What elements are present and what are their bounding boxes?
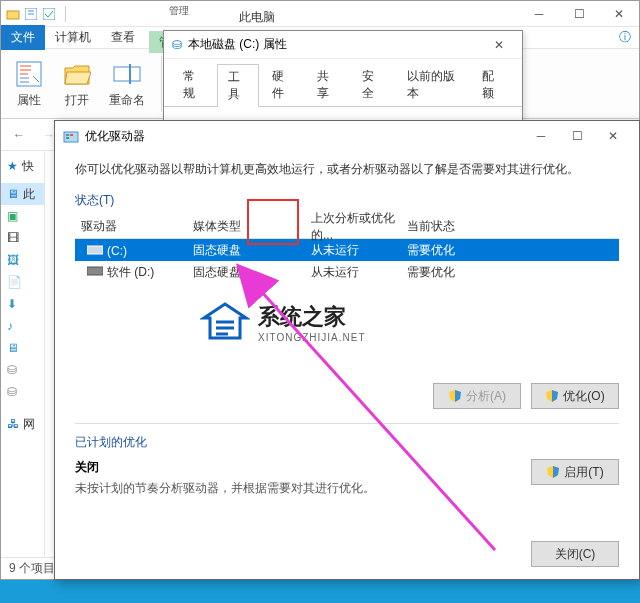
maximize-button[interactable]: ☐ (559, 1, 599, 27)
tab-security[interactable]: 安全 (351, 63, 394, 106)
tab-quota[interactable]: 配额 (471, 63, 514, 106)
optimize-body: 你可以优化驱动器以帮助计算机更高效地运行，或者分析驱动器以了解是否需要对其进行优… (55, 151, 639, 509)
minimize-button[interactable]: ─ (519, 1, 559, 27)
drive-last: 从未运行 (311, 264, 407, 281)
drive-icon (87, 243, 103, 255)
shield-icon (448, 389, 462, 403)
shield-icon (545, 389, 559, 403)
drives-table: 驱动器 媒体类型 上次分析或优化的... 当前状态 (C:) 固态硬盘 从未运行… (75, 215, 619, 283)
desktop-icon: 🖥 (7, 341, 19, 355)
optimize-titlebar[interactable]: 优化驱动器 ─ ☐ ✕ (55, 121, 639, 151)
drive-media: 固态硬盘 (193, 242, 311, 259)
drive-icon: ⛁ (7, 385, 17, 399)
drive-name: 软件 (D:) (107, 265, 154, 279)
drive-icon: ⛁ (172, 38, 182, 52)
col-drive[interactable]: 驱动器 (75, 218, 193, 235)
tab-computer[interactable]: 计算机 (45, 25, 101, 50)
tab-view[interactable]: 查看 (101, 25, 145, 50)
tree-quick-access[interactable]: ★快 (1, 155, 44, 177)
cube-icon: ▣ (7, 209, 18, 223)
properties-close-button[interactable]: ✕ (484, 35, 514, 55)
drive-icon: ⛁ (7, 363, 17, 377)
tab-tools[interactable]: 工具 (217, 64, 260, 107)
col-last[interactable]: 上次分析或优化的... (311, 210, 407, 244)
tree-videos[interactable]: 🎞 (1, 227, 44, 249)
analyze-optimize-row: 分析(A) 优化(O) (75, 383, 619, 409)
enable-label: 启用(T) (564, 464, 603, 481)
ribbon-properties-button[interactable]: 属性 (9, 56, 49, 111)
tree-3d[interactable]: ▣ (1, 205, 44, 227)
ribbon-rename-label: 重命名 (109, 92, 145, 109)
open-icon (61, 58, 93, 90)
scheduled-status: 关闭 (75, 459, 531, 476)
star-icon: ★ (7, 159, 18, 173)
window-title: 此电脑 (239, 9, 275, 26)
table-row[interactable]: 软件 (D:) 固态硬盘 从未运行 需要优化 (75, 261, 619, 283)
help-icon[interactable]: ⓘ (619, 29, 639, 46)
analyze-button: 分析(A) (433, 383, 521, 409)
optimize-window-controls: ─ ☐ ✕ (523, 122, 631, 150)
close-button[interactable]: 关闭(C) (531, 541, 619, 567)
opt-maximize-button[interactable]: ☐ (559, 122, 595, 150)
svg-rect-0 (7, 11, 19, 19)
defrag-icon (63, 128, 79, 144)
close-button[interactable]: ✕ (599, 1, 639, 27)
network-icon: 🖧 (7, 417, 19, 431)
svg-rect-12 (66, 134, 69, 136)
tree-music[interactable]: ♪ (1, 315, 44, 337)
pc-icon: 🖥 (7, 187, 19, 201)
status-item-count: 9 个项目 (9, 560, 55, 577)
properties-icon (13, 58, 45, 90)
picture-icon: 🖼 (7, 253, 19, 267)
contextual-tab-label: 管理 (169, 4, 189, 18)
optimize-footer: 关闭(C) (531, 541, 619, 567)
tree-desktop[interactable]: 🖥 (1, 337, 44, 359)
optimize-button[interactable]: 优化(O) (531, 383, 619, 409)
svg-rect-4 (43, 8, 55, 20)
window-controls: ─ ☐ ✕ (519, 1, 639, 27)
ribbon-rename-button[interactable]: 重命名 (105, 56, 149, 111)
col-status[interactable]: 当前状态 (407, 218, 619, 235)
svg-rect-14 (66, 137, 69, 139)
tree-drive-c[interactable]: ⛁ (1, 359, 44, 381)
rename-icon (111, 58, 143, 90)
tree-this-pc[interactable]: 🖥此 (1, 183, 44, 205)
quick-access-toolbar (1, 6, 76, 22)
table-row[interactable]: (C:) 固态硬盘 从未运行 需要优化 (75, 239, 619, 261)
tree-network[interactable]: 🖧网 (1, 413, 44, 435)
tree-documents[interactable]: 📄 (1, 271, 44, 293)
drive-last: 从未运行 (311, 242, 407, 259)
tab-hardware[interactable]: 硬件 (261, 63, 304, 106)
tree-pictures[interactable]: 🖼 (1, 249, 44, 271)
tree-downloads[interactable]: ⬇ (1, 293, 44, 315)
scheduled-section-label: 已计划的优化 (75, 434, 619, 451)
drive-icon (87, 264, 103, 276)
enable-button[interactable]: 启用(T) (531, 459, 619, 485)
tab-file[interactable]: 文件 (1, 25, 45, 50)
properties-titlebar[interactable]: ⛁ 本地磁盘 (C:) 属性 ✕ (164, 31, 522, 59)
optimize-title: 优化驱动器 (85, 128, 145, 145)
document-icon: 📄 (7, 275, 22, 289)
drive-status: 需要优化 (407, 264, 619, 281)
tab-general[interactable]: 常规 (172, 63, 215, 106)
separator (65, 6, 66, 22)
ribbon-open-label: 打开 (65, 92, 89, 109)
qat-checkbox-icon[interactable] (41, 6, 57, 22)
opt-minimize-button[interactable]: ─ (523, 122, 559, 150)
tab-sharing[interactable]: 共享 (306, 63, 349, 106)
tab-previous[interactable]: 以前的版本 (396, 63, 470, 106)
svg-rect-13 (70, 134, 73, 136)
download-icon: ⬇ (7, 297, 17, 311)
separator (75, 423, 619, 424)
explorer-titlebar: 管理 此电脑 ─ ☐ ✕ (1, 1, 639, 27)
nav-back-button[interactable]: ← (7, 123, 31, 147)
ribbon-open-button[interactable]: 打开 (57, 56, 97, 111)
col-media[interactable]: 媒体类型 (193, 218, 311, 235)
drive-status: 需要优化 (407, 242, 619, 259)
qat-properties-icon[interactable] (23, 6, 39, 22)
svg-rect-7 (129, 64, 131, 84)
svg-rect-15 (87, 246, 103, 254)
tree-drive-d[interactable]: ⛁ (1, 381, 44, 403)
opt-close-button[interactable]: ✕ (595, 122, 631, 150)
ribbon-separator (161, 56, 162, 112)
